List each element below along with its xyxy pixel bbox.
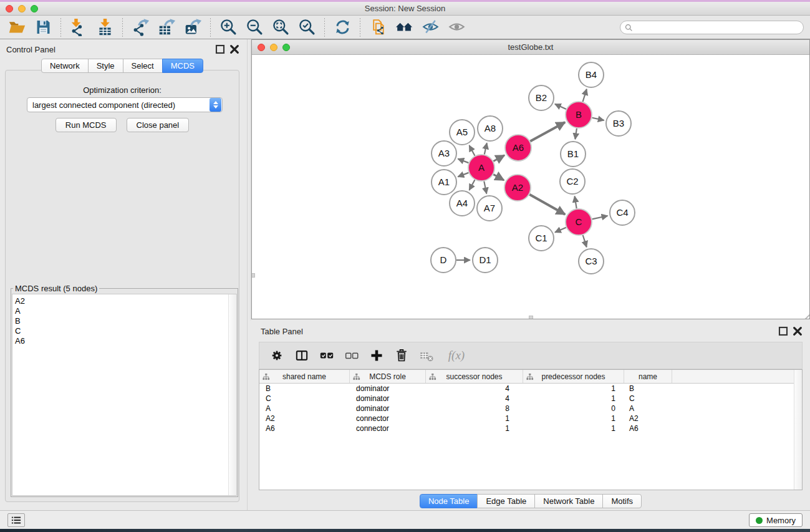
export-network-button[interactable]: [127, 17, 153, 38]
column-header-successor-nodes[interactable]: successor nodes: [426, 370, 523, 383]
edge-C-C2[interactable]: [575, 196, 577, 209]
export-image-button[interactable]: [180, 17, 206, 38]
table-row[interactable]: Bdominator41B: [259, 384, 802, 394]
node-A4[interactable]: A4: [450, 191, 475, 216]
tab-style[interactable]: Style: [88, 59, 123, 73]
edge-A-A5[interactable]: [470, 145, 475, 156]
table-tab-motifs[interactable]: Motifs: [602, 494, 642, 508]
node-A6[interactable]: A6: [505, 135, 531, 161]
select-all-columns-button[interactable]: [316, 344, 338, 367]
node-B4[interactable]: B4: [579, 62, 604, 87]
edge-C-C3[interactable]: [583, 235, 587, 247]
new-network-from-selection-button[interactable]: [365, 17, 391, 38]
task-history-button[interactable]: [7, 513, 25, 527]
node-A2[interactable]: A2: [504, 175, 531, 201]
node-B2[interactable]: B2: [529, 85, 554, 110]
edge-B-B3[interactable]: [592, 118, 604, 120]
delete-column-button[interactable]: [390, 344, 413, 367]
mcds-result-item[interactable]: B: [12, 316, 236, 326]
first-neighbors-button[interactable]: [391, 17, 417, 38]
edge-A6-B[interactable]: [530, 122, 565, 142]
column-header-predecessor-nodes[interactable]: predecessor nodes: [523, 370, 624, 383]
import-network-button[interactable]: [65, 17, 92, 38]
import-table-button[interactable]: [92, 17, 118, 38]
node-A[interactable]: A: [468, 155, 494, 181]
edge-C-C4[interactable]: [592, 216, 608, 219]
tab-network[interactable]: Network: [41, 59, 89, 73]
close-panel-action-button[interactable]: Close panel: [127, 118, 190, 132]
edge-B-B1[interactable]: [575, 128, 577, 139]
deselect-all-columns-button[interactable]: [340, 344, 363, 367]
run-mcds-button[interactable]: Run MCDS: [55, 118, 117, 132]
table-tab-edge-table[interactable]: Edge Table: [477, 494, 535, 508]
edge-B-B4[interactable]: [583, 89, 587, 102]
search-input[interactable]: [636, 22, 803, 33]
mcds-result-item[interactable]: C: [12, 326, 236, 336]
node-B[interactable]: B: [566, 102, 592, 128]
table-tab-network-table[interactable]: Network Table: [534, 494, 603, 508]
node-B3[interactable]: B3: [606, 111, 631, 136]
show-hidden-button[interactable]: [443, 17, 470, 38]
split-view-button[interactable]: [291, 344, 313, 367]
close-table-panel-button[interactable]: [793, 327, 803, 336]
edge-A-A7[interactable]: [484, 181, 486, 194]
mcds-result-list[interactable]: A2ABCA6: [12, 294, 237, 496]
edge-A2-C[interactable]: [529, 195, 565, 215]
resize-grip-corner[interactable]: [801, 311, 809, 319]
resize-handle-bottom[interactable]: [529, 316, 533, 319]
hide-selection-button[interactable]: [417, 17, 443, 38]
edge-A-A2[interactable]: [493, 175, 504, 180]
float-table-panel-button[interactable]: [778, 327, 788, 336]
tab-mcds[interactable]: MCDS: [162, 59, 203, 73]
table-scrollbar[interactable]: [794, 370, 802, 490]
resize-handle-left[interactable]: [252, 273, 255, 278]
node-C2[interactable]: C2: [560, 169, 585, 194]
network-canvas[interactable]: B4B2BB3A5A8A6A3B1AA1C2A2A4A7C4CC1C3DD1: [252, 55, 809, 319]
edge-A-A6[interactable]: [493, 155, 504, 162]
tab-select[interactable]: Select: [123, 59, 163, 73]
edge-A-A3[interactable]: [458, 159, 468, 163]
zoom-selected-button[interactable]: [294, 17, 320, 38]
node-A3[interactable]: A3: [432, 141, 456, 166]
zoom-fit-button[interactable]: [268, 17, 294, 38]
node-B1[interactable]: B1: [561, 142, 586, 167]
edge-C-C1[interactable]: [555, 228, 566, 233]
edge-A-A8[interactable]: [485, 143, 487, 154]
node-C[interactable]: C: [566, 209, 592, 235]
export-table-button[interactable]: [153, 17, 180, 38]
column-header-name[interactable]: name: [624, 370, 672, 383]
table-tab-node-table[interactable]: Node Table: [420, 494, 478, 508]
table-row[interactable]: A2connector11A2: [259, 414, 802, 423]
edge-A-A4[interactable]: [470, 180, 475, 190]
criterion-dropdown[interactable]: largest connected component (directed): [27, 97, 223, 112]
node-C3[interactable]: C3: [579, 249, 604, 274]
node-A5[interactable]: A5: [450, 120, 475, 145]
save-session-button[interactable]: [30, 17, 56, 38]
node-C1[interactable]: C1: [529, 226, 554, 251]
mcds-result-item[interactable]: A2: [12, 296, 236, 306]
mcds-result-item[interactable]: A6: [12, 336, 236, 346]
node-C4[interactable]: C4: [610, 200, 635, 225]
mcds-result-item[interactable]: A: [12, 306, 236, 316]
float-panel-button[interactable]: [215, 45, 225, 54]
search-field[interactable]: [620, 21, 804, 34]
zoom-in-button[interactable]: [215, 17, 241, 38]
memory-button[interactable]: Memory: [749, 513, 803, 527]
zoom-out-button[interactable]: [241, 17, 268, 38]
apply-layout-button[interactable]: [329, 17, 355, 38]
table-row[interactable]: A6connector11A6: [259, 423, 802, 433]
network-window-titlebar[interactable]: testGlobe.txt: [252, 40, 809, 55]
node-D1[interactable]: D1: [473, 248, 498, 273]
list-scrollbar[interactable]: [228, 294, 236, 495]
close-panel-button[interactable]: [229, 45, 239, 54]
table-row[interactable]: Adominator80A: [259, 404, 802, 414]
open-session-button[interactable]: [4, 17, 30, 38]
column-header-MCDS-role[interactable]: MCDS role: [350, 370, 426, 383]
edge-B-B2[interactable]: [555, 104, 566, 109]
column-header-shared-name[interactable]: shared name: [259, 370, 350, 383]
table-settings-button[interactable]: [266, 344, 288, 367]
add-column-button[interactable]: [365, 344, 388, 367]
network-graph[interactable]: B4B2BB3A5A8A6A3B1AA1C2A2A4A7C4CC1C3DD1: [252, 55, 809, 319]
edge-A-A1[interactable]: [458, 173, 468, 177]
node-A8[interactable]: A8: [478, 116, 503, 141]
